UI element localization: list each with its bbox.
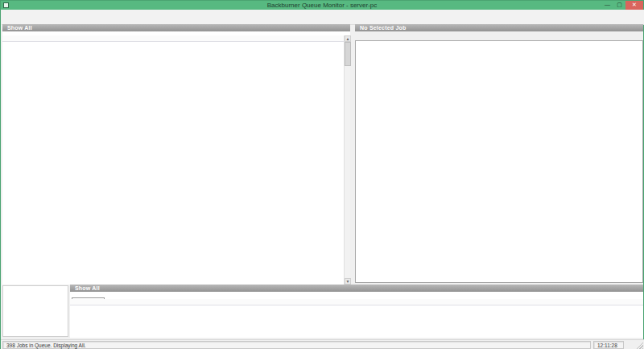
scroll-thumb[interactable]	[345, 42, 351, 66]
jobs-scrollbar[interactable]: ▲ ▼	[344, 35, 350, 285]
servers-list	[70, 305, 643, 338]
status-bar: 398 Jobs in Queue. Displaying All. 12:11…	[1, 339, 644, 349]
scroll-up-icon[interactable]: ▲	[345, 35, 351, 42]
job-details-panel: No Selected Job	[355, 24, 643, 285]
details-panel-header: No Selected Job	[355, 24, 643, 31]
minimize-button[interactable]: —	[601, 1, 613, 10]
backburner-window: Backburner Queue Monitor - server-pc — ▢…	[0, 0, 644, 349]
details-content	[355, 40, 643, 283]
servers-panel-header: Show All	[70, 285, 643, 292]
status-time: 12:11:28	[593, 341, 624, 349]
resize-grip-icon[interactable]	[636, 342, 643, 349]
jobs-list	[2, 42, 344, 284]
servers-column-headers	[70, 299, 643, 305]
status-message: 398 Jobs in Queue. Displaying All.	[2, 341, 591, 349]
scroll-down-icon[interactable]: ▼	[345, 278, 351, 285]
menu-bar	[2, 10, 644, 17]
jobs-panel: Show All ▲ ▼	[2, 24, 350, 285]
server-tree	[2, 285, 68, 337]
close-button[interactable]: ✕	[625, 1, 643, 10]
jobs-column-headers	[2, 35, 344, 42]
servers-panel: Show All All Servers	[70, 285, 643, 338]
jobs-panel-header: Show All	[2, 24, 350, 31]
maximize-button[interactable]: ▢	[613, 1, 625, 10]
window-title: Backburner Queue Monitor - server-pc	[1, 2, 643, 9]
title-bar: Backburner Queue Monitor - server-pc — ▢…	[1, 1, 643, 10]
